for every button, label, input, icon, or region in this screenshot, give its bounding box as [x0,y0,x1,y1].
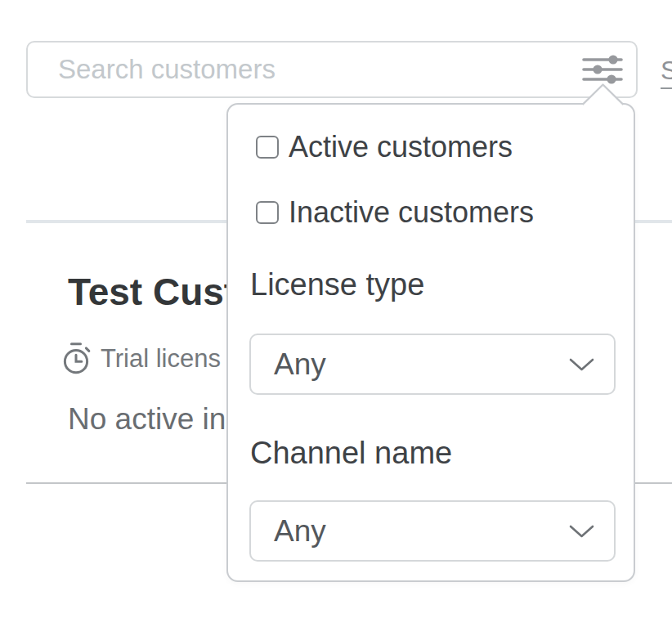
timer-icon [60,341,92,377]
channel-name-select[interactable]: Any [249,500,616,562]
channel-name-label: Channel name [250,436,452,471]
search-input[interactable] [28,43,636,96]
checkbox-active-customers[interactable]: Active customers [256,130,513,164]
chevron-down-icon [569,357,594,372]
license-type-label: License type [250,267,424,302]
checkbox-icon[interactable] [256,136,279,159]
filter-popover: Active customers Inactive customers Lice… [226,103,635,582]
chevron-down-icon [569,524,594,539]
license-type-select[interactable]: Any [249,334,616,395]
checkbox-icon[interactable] [256,201,279,224]
search-box [26,41,638,98]
select-value: Any [274,514,326,549]
select-value: Any [274,347,326,382]
license-badge: Trial licens [60,341,221,377]
checkbox-inactive-customers[interactable]: Inactive customers [256,195,534,230]
popover-caret [581,83,625,109]
checkbox-label: Active customers [289,130,513,164]
sliders-icon [582,53,623,86]
partial-right-link[interactable]: S [661,56,672,89]
checkbox-label: Inactive customers [289,195,534,230]
customer-status-text: No active in [68,402,226,437]
customer-title: Test Cust [68,270,236,314]
customers-page: Test Cust Trial licens No active in [0,0,672,618]
license-badge-text: Trial licens [101,344,221,374]
